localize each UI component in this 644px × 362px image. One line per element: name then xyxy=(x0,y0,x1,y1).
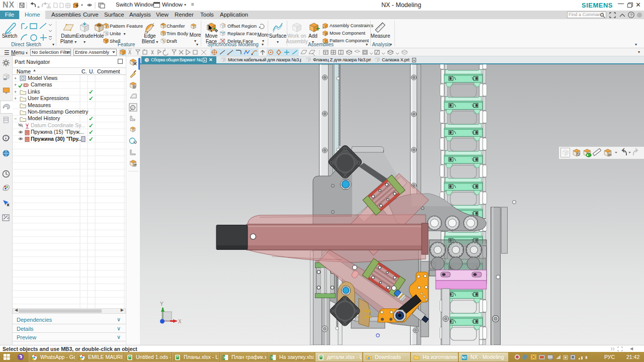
svg-text:+: + xyxy=(14,89,17,95)
svg-text:+: + xyxy=(14,76,17,81)
svg-text:Model Views: Model Views xyxy=(28,75,57,81)
svg-text:✓: ✓ xyxy=(89,136,94,143)
svg-text:+: + xyxy=(14,96,17,101)
svg-text:Пружина (15) "Пруж...: Пружина (15) "Пруж... xyxy=(31,129,84,135)
svg-text:?: ? xyxy=(630,13,632,18)
svg-text:User Expressions: User Expressions xyxy=(28,95,69,101)
svg-text:Model History: Model History xyxy=(28,115,60,121)
svg-text:Cameras: Cameras xyxy=(31,81,52,87)
svg-text:✓: ✓ xyxy=(89,115,94,122)
svg-text:X: X xyxy=(178,319,182,324)
svg-text:Y: Y xyxy=(160,301,164,307)
svg-text:−: − xyxy=(14,116,17,121)
svg-text:Links: Links xyxy=(28,88,40,95)
svg-text:✓: ✓ xyxy=(89,122,94,129)
svg-text:Datum Coordinate Sy...: Datum Coordinate Sy... xyxy=(31,122,85,128)
svg-text:Non-timestamp Geometry: Non-timestamp Geometry xyxy=(28,109,89,115)
svg-text:Пружина (30) "Пру...: Пружина (30) "Пру... xyxy=(31,136,83,142)
svg-text:+: + xyxy=(14,82,17,87)
svg-text:✓: ✓ xyxy=(89,129,94,136)
svg-text:✓: ✓ xyxy=(89,95,94,102)
svg-text:✓: ✓ xyxy=(89,88,94,96)
svg-text:Measures: Measures xyxy=(28,102,51,108)
